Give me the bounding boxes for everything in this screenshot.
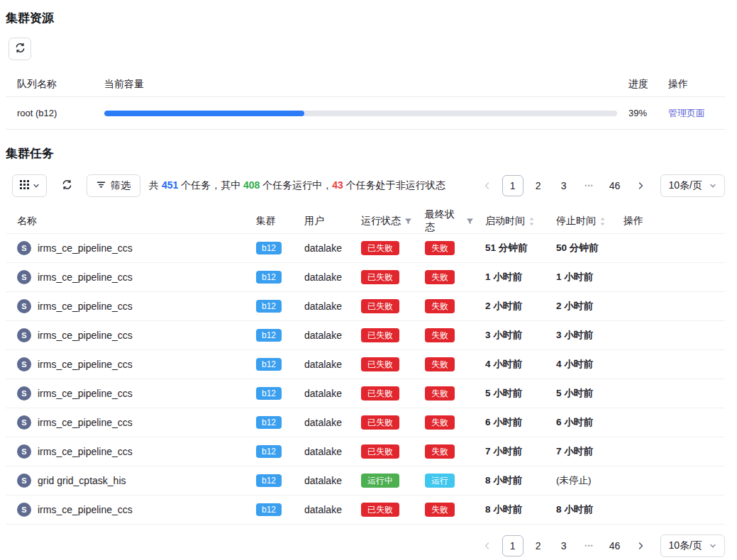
pagination-next-button[interactable] xyxy=(630,535,651,556)
refresh-icon xyxy=(15,43,26,55)
tasks-table-body: S irms_ce_pipeline_ccs b12 datalake 已失败 … xyxy=(6,234,725,525)
filter-lines-icon xyxy=(96,180,106,191)
resources-refresh-button[interactable] xyxy=(9,38,31,60)
page-size-select[interactable]: 10条/页 xyxy=(660,174,725,197)
avatar: S xyxy=(17,299,31,313)
task-name: grid grid_cptask_his xyxy=(38,475,126,486)
pagination-page-1[interactable]: 1 xyxy=(502,175,523,196)
col-header-user: 用户 xyxy=(293,215,350,228)
grid-icon xyxy=(20,180,29,191)
queue-name: root (b12) xyxy=(6,108,93,118)
table-row: S grid grid_cptask_his b12 datalake 运行中 … xyxy=(6,466,725,495)
stop-time: 8 小时前 xyxy=(545,503,612,516)
pagination-page-1[interactable]: 1 xyxy=(502,535,523,556)
col-header-capacity: 当前容量 xyxy=(93,78,617,91)
avatar: S xyxy=(17,357,31,371)
pagination-prev-button[interactable] xyxy=(477,535,498,556)
pagination: 1 2 3 ••• 46 xyxy=(475,175,653,196)
page-size-value: 10条/页 xyxy=(669,179,702,192)
avatar: S xyxy=(17,415,31,430)
toolbar-pagination: 1 2 3 ••• 46 10条/页 xyxy=(475,174,725,197)
task-user: datalake xyxy=(293,301,350,312)
table-row: S irms_ce_pipeline_ccs b12 datalake 已失败 … xyxy=(6,292,725,321)
column-settings-button[interactable] xyxy=(12,174,47,197)
pagination-ellipsis[interactable]: ••• xyxy=(579,535,600,556)
avatar: S xyxy=(17,328,31,342)
filter-button[interactable]: 筛选 xyxy=(87,174,140,197)
start-time: 8 小时前 xyxy=(474,503,545,516)
stop-time: 3 小时前 xyxy=(545,329,612,342)
task-user: datalake xyxy=(293,271,350,283)
col-header-name: 名称 xyxy=(6,215,245,228)
pagination-next-button[interactable] xyxy=(630,175,651,196)
run-status-badge: 已失败 xyxy=(361,241,399,255)
chevron-down-icon xyxy=(709,540,716,551)
sort-icon[interactable] xyxy=(599,217,606,226)
pagination-prev-button[interactable] xyxy=(477,175,498,196)
avatar: S xyxy=(17,241,31,255)
avatar: S xyxy=(17,444,31,459)
run-status-badge: 已失败 xyxy=(361,503,399,517)
start-time: 6 小时前 xyxy=(474,416,545,429)
task-name: irms_ce_pipeline_ccs xyxy=(38,330,133,341)
avatar: S xyxy=(17,270,31,284)
sort-icon[interactable] xyxy=(528,217,535,226)
pagination-page-46[interactable]: 46 xyxy=(604,175,626,196)
start-time: 51 分钟前 xyxy=(474,242,545,254)
progress-percent: 39% xyxy=(617,108,657,118)
task-name: irms_ce_pipeline_ccs xyxy=(38,359,133,370)
task-user: datalake xyxy=(293,359,350,370)
final-status-badge: 运行 xyxy=(425,474,455,488)
cluster-badge: b12 xyxy=(256,474,282,487)
table-row: S irms_ce_pipeline_ccs b12 datalake 已失败 … xyxy=(6,350,725,379)
footer-pagination: 1 2 3 ••• 46 10条/页 xyxy=(6,534,725,557)
pagination-ellipsis[interactable]: ••• xyxy=(579,175,600,196)
pagination-page-3[interactable]: 3 xyxy=(553,535,575,556)
run-status-badge: 已失败 xyxy=(361,444,399,459)
task-name: irms_ce_pipeline_ccs xyxy=(38,446,133,457)
final-status-badge: 失败 xyxy=(425,357,455,371)
task-name: irms_ce_pipeline_ccs xyxy=(38,301,133,312)
cluster-badge: b12 xyxy=(256,329,282,342)
start-time: 8 小时前 xyxy=(474,474,545,487)
tasks-refresh-button[interactable] xyxy=(55,174,78,197)
run-status-badge: 已失败 xyxy=(361,357,399,371)
task-user: datalake xyxy=(293,446,350,457)
run-status-badge: 已失败 xyxy=(361,299,399,313)
refresh-icon xyxy=(62,179,72,192)
pagination-page-2[interactable]: 2 xyxy=(528,175,549,196)
filter-funnel-icon[interactable] xyxy=(466,218,474,225)
final-status-badge: 失败 xyxy=(425,503,455,517)
stop-time: 1 小时前 xyxy=(545,271,612,284)
pagination-page-3[interactable]: 3 xyxy=(553,175,575,196)
cluster-badge: b12 xyxy=(256,271,282,284)
cluster-resources-section: 集群资源 队列名称 当前容量 进度 操作 root (b12) 39% xyxy=(6,10,725,130)
resources-table-row: root (b12) 39% 管理页面 xyxy=(6,97,725,130)
start-time: 3 小时前 xyxy=(474,329,545,342)
summary-running-count: 408 xyxy=(243,179,260,191)
final-status-badge: 失败 xyxy=(425,386,455,401)
col-header-cluster: 集群 xyxy=(245,215,293,228)
manage-page-link[interactable]: 管理页面 xyxy=(668,108,705,118)
resources-table-header: 队列名称 当前容量 进度 操作 xyxy=(6,72,725,97)
cluster-badge: b12 xyxy=(256,503,282,516)
start-time: 7 小时前 xyxy=(474,445,545,458)
pagination-page-46[interactable]: 46 xyxy=(604,535,626,556)
final-status-badge: 失败 xyxy=(425,241,455,255)
pagination-page-2[interactable]: 2 xyxy=(528,535,549,556)
final-status-badge: 失败 xyxy=(425,328,455,342)
page-size-select[interactable]: 10条/页 xyxy=(660,534,725,557)
chevron-down-icon xyxy=(709,180,716,191)
col-header-stop-time: 停止时间 xyxy=(545,215,612,228)
start-time: 2 小时前 xyxy=(474,300,545,313)
task-user: datalake xyxy=(293,388,350,399)
table-row: S irms_ce_pipeline_ccs b12 datalake 已失败 … xyxy=(6,408,725,437)
filter-funnel-icon[interactable] xyxy=(404,218,412,225)
capacity-cell xyxy=(93,111,617,116)
run-status-badge: 运行中 xyxy=(361,474,399,488)
avatar: S xyxy=(17,474,31,488)
table-row: S irms_ce_pipeline_ccs b12 datalake 已失败 … xyxy=(6,495,725,525)
start-time: 5 小时前 xyxy=(474,387,545,400)
col-header-final-status: 最终状态 xyxy=(414,208,474,234)
chevron-down-icon xyxy=(33,180,40,191)
